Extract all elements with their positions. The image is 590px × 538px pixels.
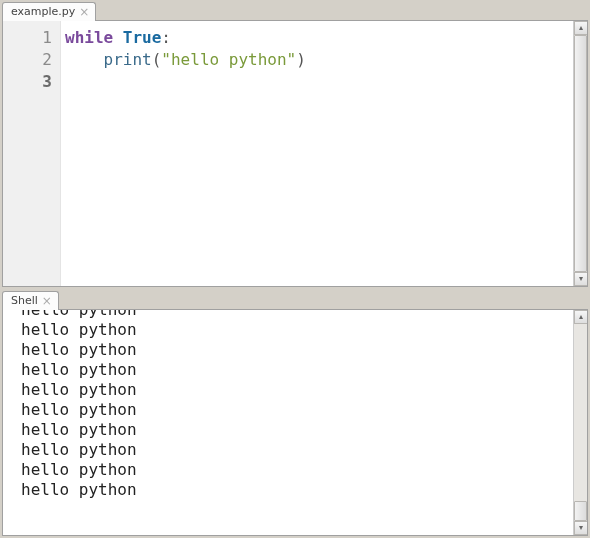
shell-panel: Shell × hello pythonhello pythonhello py… bbox=[0, 289, 590, 538]
shell-body: hello pythonhello pythonhello pythonhell… bbox=[2, 309, 588, 536]
editor-gutter: 1 2 3 bbox=[3, 21, 61, 286]
editor-tab-label: example.py bbox=[11, 5, 75, 19]
scroll-down-icon[interactable]: ▾ bbox=[574, 272, 588, 286]
shell-tab-label: Shell bbox=[11, 294, 38, 308]
code-line: while True: bbox=[65, 27, 569, 49]
line-number: 2 bbox=[3, 49, 52, 71]
shell-output-line: hello python bbox=[21, 460, 569, 480]
bool-literal: True bbox=[123, 28, 162, 47]
scroll-up-icon[interactable]: ▴ bbox=[574, 21, 588, 35]
paren-close: ) bbox=[296, 50, 306, 69]
editor-scrollbar[interactable]: ▴ ▾ bbox=[573, 21, 587, 286]
shell-output-line: hello python bbox=[21, 320, 569, 340]
line-number-current: 3 bbox=[3, 71, 52, 93]
scroll-thumb[interactable] bbox=[574, 35, 587, 272]
line-number: 1 bbox=[3, 27, 52, 49]
keyword: while bbox=[65, 28, 113, 47]
code-line: print("hello python") bbox=[65, 49, 569, 71]
scroll-up-icon[interactable]: ▴ bbox=[574, 310, 588, 324]
scroll-track[interactable] bbox=[574, 35, 587, 272]
code-editor[interactable]: while True: print("hello python") bbox=[61, 21, 573, 286]
string-literal: "hello python" bbox=[161, 50, 296, 69]
shell-output[interactable]: hello pythonhello pythonhello pythonhell… bbox=[3, 310, 573, 535]
paren-open: ( bbox=[152, 50, 162, 69]
shell-tab[interactable]: Shell × bbox=[2, 291, 59, 310]
shell-tab-row: Shell × bbox=[0, 289, 590, 309]
scroll-down-icon[interactable]: ▾ bbox=[574, 521, 588, 535]
shell-output-line: hello python bbox=[21, 360, 569, 380]
editor-tab-row: example.py × bbox=[0, 0, 590, 20]
scroll-track[interactable] bbox=[574, 324, 587, 521]
close-icon[interactable]: × bbox=[79, 7, 89, 17]
shell-scrollbar[interactable]: ▴ ▾ bbox=[573, 310, 587, 535]
shell-output-line: hello python bbox=[21, 340, 569, 360]
shell-output-line: hello python bbox=[21, 380, 569, 400]
editor-tab[interactable]: example.py × bbox=[2, 2, 96, 21]
function-name: print bbox=[104, 50, 152, 69]
editor-body: 1 2 3 while True: print("hello python") … bbox=[2, 20, 588, 287]
shell-output-line: hello python bbox=[21, 310, 569, 320]
shell-output-line: hello python bbox=[21, 400, 569, 420]
editor-panel: example.py × 1 2 3 while True: print("he… bbox=[0, 0, 590, 289]
scroll-thumb[interactable] bbox=[574, 501, 587, 521]
close-icon[interactable]: × bbox=[42, 296, 52, 306]
shell-output-line: hello python bbox=[21, 440, 569, 460]
shell-output-line: hello python bbox=[21, 420, 569, 440]
shell-output-line: hello python bbox=[21, 480, 569, 500]
colon: : bbox=[161, 28, 171, 47]
